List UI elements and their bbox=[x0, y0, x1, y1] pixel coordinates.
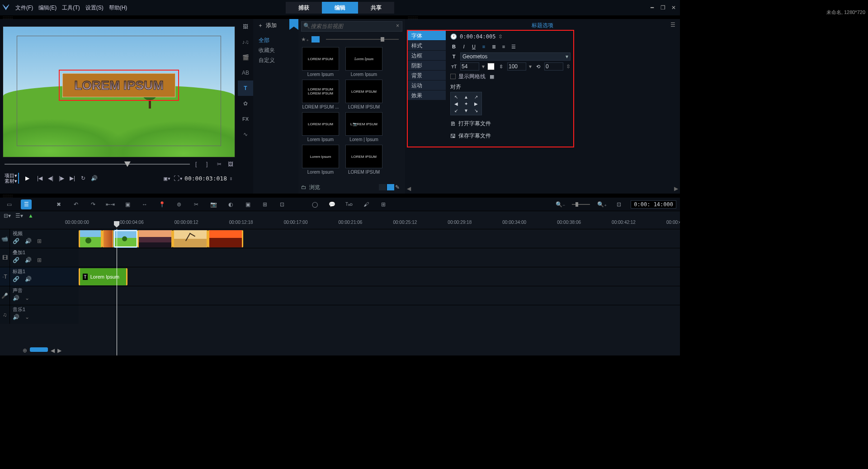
align-br[interactable]: ↘ bbox=[472, 108, 480, 113]
lib-media-icon[interactable]: 🖽 bbox=[238, 19, 253, 34]
link-icon[interactable]: 🔗 bbox=[13, 238, 19, 244]
lib-audio-icon[interactable]: ♪♫ bbox=[238, 34, 253, 50]
mute-icon[interactable]: 🔊 bbox=[25, 257, 32, 263]
fontsize-input[interactable]: 54 bbox=[460, 62, 479, 71]
browse-button[interactable]: 🗀浏览 bbox=[301, 184, 320, 191]
fit-project-icon[interactable]: ⊡ bbox=[613, 199, 624, 209]
bold-button[interactable]: B bbox=[450, 43, 458, 50]
zoom-in-icon[interactable]: 🔍₊ bbox=[596, 199, 607, 209]
opt-tab-bg[interactable]: 背景 bbox=[408, 71, 446, 81]
motion-track-icon[interactable]: ⊚ bbox=[174, 199, 184, 209]
mute-icon[interactable]: 🔊 bbox=[25, 238, 32, 244]
align-right-button[interactable]: ≡ bbox=[500, 43, 507, 50]
track-options-icon[interactable]: ⊟▾ bbox=[4, 213, 11, 219]
multi-trim-icon[interactable]: ✂ bbox=[191, 199, 202, 209]
duration-value[interactable]: 0:00:04:005 bbox=[460, 33, 495, 40]
video-track-icon[interactable]: 📹 bbox=[0, 229, 10, 248]
cat-custom[interactable]: 自定义 bbox=[259, 55, 298, 65]
expand-icon[interactable]: ⌄ bbox=[25, 295, 29, 301]
lib-overlay-icon[interactable]: ✿ bbox=[238, 96, 253, 111]
link-icon[interactable]: 🔗 bbox=[13, 257, 19, 263]
scroll-lock-icon[interactable]: ▲ bbox=[27, 213, 34, 219]
title-preset-thumb[interactable]: LOREM IPSUMLOREM IPSUM bbox=[345, 145, 382, 175]
add-favorite-icon[interactable]: ★₊ bbox=[301, 36, 309, 43]
title-preset-thumb[interactable]: LOREM IPSUMLorem Ipsum bbox=[302, 47, 339, 77]
music-track-icon[interactable]: ♫ bbox=[0, 305, 10, 324]
go-end-button[interactable]: ▶| bbox=[68, 174, 77, 183]
pan-zoom-icon[interactable]: ⊡ bbox=[277, 199, 288, 209]
lib-fx-icon[interactable]: FX bbox=[238, 111, 253, 127]
view-toggle-2[interactable] bbox=[387, 184, 394, 190]
underline-button[interactable]: U bbox=[470, 43, 477, 50]
title-preset-thumb[interactable]: LOREM IPSUMLOREM IPSUM bbox=[345, 80, 382, 109]
menu-file[interactable]: 文件(F) bbox=[15, 4, 33, 12]
italic-button[interactable]: I bbox=[460, 43, 467, 50]
panel-grip[interactable]: ::::::::: bbox=[405, 15, 418, 19]
expand-icon[interactable]: ⌄ bbox=[25, 314, 29, 320]
scroll-left-button[interactable]: ◀ bbox=[51, 347, 55, 354]
overlay-track-icon[interactable]: 🎞 bbox=[0, 248, 10, 267]
zoom-out-icon[interactable]: 🔍₋ bbox=[555, 199, 566, 209]
mode-tab-edit[interactable]: 编辑 bbox=[322, 2, 358, 14]
ripple-icon[interactable]: ⊞ bbox=[378, 199, 389, 209]
opt-tab-style[interactable]: 样式 bbox=[408, 41, 446, 51]
timeline-view-icon[interactable]: ☰ bbox=[21, 199, 32, 209]
opt-tab-motion[interactable]: 运动 bbox=[408, 81, 446, 90]
opt-tab-shadow[interactable]: 阴影 bbox=[408, 61, 446, 71]
title-preset-thumb[interactable]: LOREM IPSUM LOREM IPSUMLOREM IPSUM ... bbox=[302, 80, 339, 109]
grid-view-icon[interactable] bbox=[311, 36, 320, 43]
track-list-icon[interactable]: ☰▾ bbox=[15, 213, 23, 219]
camera-icon[interactable]: 📷 bbox=[208, 199, 219, 209]
add-category-button[interactable]: ＋添加 bbox=[258, 22, 277, 29]
lock-icon[interactable]: ⊞ bbox=[37, 257, 42, 263]
align-tl[interactable]: ↖ bbox=[453, 94, 460, 99]
timecode-spinner[interactable]: ⇳ bbox=[229, 174, 233, 183]
cat-favorites[interactable]: 收藏夹 bbox=[259, 45, 298, 55]
opt-tab-font[interactable]: 字体 bbox=[408, 31, 446, 41]
playback-target-label[interactable]: 项目▾ 素材▾ bbox=[5, 173, 19, 184]
menu-edit[interactable]: 编辑(E) bbox=[38, 4, 57, 12]
align-bc[interactable]: ▼ bbox=[462, 108, 470, 113]
stretch-icon[interactable]: ↔ bbox=[139, 199, 150, 209]
menu-help[interactable]: 帮助(H) bbox=[109, 4, 127, 12]
mode-tab-capture[interactable]: 捕获 bbox=[286, 2, 322, 14]
fullscreen-icon[interactable]: ⛶▾ bbox=[174, 174, 183, 183]
split-icon[interactable]: ✂ bbox=[217, 161, 222, 167]
scroll-left-icon[interactable]: ◀ bbox=[407, 185, 411, 192]
preview-timecode[interactable]: 00:00:03:018 bbox=[184, 175, 227, 182]
display-options-icon[interactable]: ▣▾ bbox=[163, 174, 172, 183]
mark-in-icon[interactable]: [ bbox=[195, 161, 201, 167]
minimize-icon[interactable]: ━ bbox=[648, 4, 656, 11]
search-input[interactable]: 搜索当前视图× bbox=[301, 21, 402, 32]
playhead[interactable] bbox=[117, 229, 117, 355]
subtitle-icon[interactable]: 💬 bbox=[326, 199, 337, 209]
color-swatch[interactable] bbox=[487, 63, 495, 70]
clear-search-icon[interactable]: × bbox=[396, 23, 399, 29]
undo-icon[interactable]: ↶ bbox=[71, 199, 81, 209]
add-track-icon[interactable]: ⊕ bbox=[23, 347, 27, 354]
showgrid-checkbox[interactable] bbox=[450, 74, 456, 79]
bookmark-icon[interactable] bbox=[289, 19, 298, 30]
marker-icon[interactable]: 📍 bbox=[156, 199, 167, 209]
zoom-slider[interactable] bbox=[572, 204, 590, 205]
mute-icon[interactable]: 🔊 bbox=[13, 295, 19, 301]
lock-icon[interactable]: ⊞ bbox=[37, 238, 42, 244]
snap-icon[interactable]: ⇤⇥ bbox=[105, 199, 116, 209]
prev-frame-button[interactable]: ◀| bbox=[46, 174, 55, 183]
leading-input[interactable]: 100 bbox=[507, 62, 526, 71]
thumbnail-size-slider[interactable] bbox=[326, 39, 399, 40]
font-dropdown[interactable]: Geometos bbox=[460, 52, 571, 61]
cat-all[interactable]: 全部 bbox=[259, 35, 298, 45]
align-center-button[interactable]: ≣ bbox=[490, 43, 497, 50]
lib-path-icon[interactable]: ∿ bbox=[238, 127, 253, 142]
grid-icon[interactable]: ⊞ bbox=[259, 199, 270, 209]
mode-tab-share[interactable]: 共享 bbox=[358, 2, 394, 14]
record-screen-icon[interactable]: ▣ bbox=[122, 199, 133, 209]
panel-grip[interactable]: ::::::::: bbox=[0, 194, 680, 197]
scrub-slider[interactable] bbox=[5, 164, 190, 165]
lib-graphic-icon[interactable]: AB bbox=[238, 65, 253, 81]
link-icon[interactable]: 🔗 bbox=[13, 276, 19, 282]
open-subtitle-button[interactable]: 🖹打开字幕文件 bbox=[450, 120, 571, 128]
opt-tab-border[interactable]: 边框 bbox=[408, 51, 446, 61]
title-text[interactable]: LOREM IPSUM bbox=[74, 78, 164, 93]
